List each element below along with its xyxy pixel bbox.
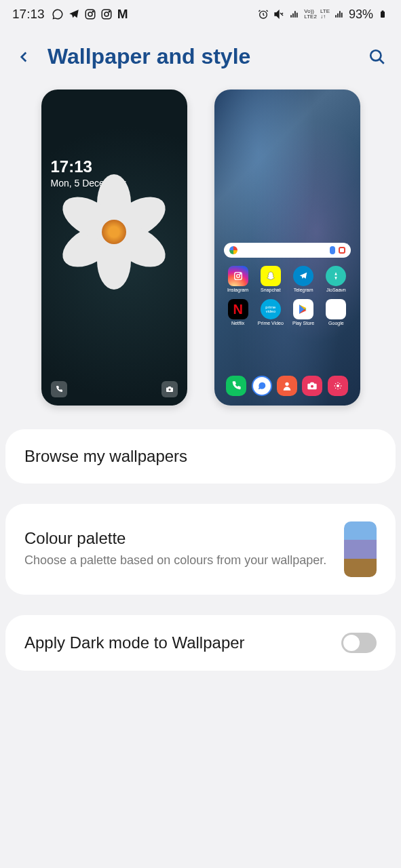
app-instagram: Instagram	[224, 266, 252, 292]
gallery-dock-icon	[328, 376, 348, 396]
snapchat-app-icon	[261, 266, 281, 286]
instagram-icon	[100, 8, 113, 20]
netflix-app-icon: N	[228, 299, 248, 319]
status-time: 17:13	[12, 7, 45, 22]
google-icon	[229, 246, 237, 254]
app-label: Google	[328, 321, 344, 326]
svg-point-2	[92, 11, 94, 12]
back-button[interactable]	[14, 47, 34, 67]
signal-icon	[288, 8, 301, 20]
header: Wallpaper and style	[0, 27, 401, 90]
search-button[interactable]	[367, 47, 387, 67]
app-label: Play Store	[292, 321, 314, 326]
svg-point-16	[337, 384, 339, 387]
svg-point-10	[168, 389, 170, 391]
palette-subtitle: Choose a palette based on colours from y…	[24, 552, 330, 569]
palette-color-3	[344, 559, 377, 577]
app-google: Google	[322, 299, 350, 326]
flower-image	[53, 171, 175, 293]
palette-color-2	[344, 540, 377, 558]
lte-icon: LTE↓↑	[320, 9, 330, 20]
telegram-icon	[68, 8, 80, 20]
status-right: Vo))LTE2 LTE↓↑ 93%	[257, 7, 389, 22]
status-left: 17:13 M	[12, 7, 129, 22]
svg-point-9	[370, 50, 381, 60]
alarm-icon	[257, 8, 269, 20]
camera-dock-icon	[302, 376, 322, 396]
messages-dock-icon	[252, 376, 272, 396]
app-label: Telegram	[294, 288, 313, 292]
telegram-app-icon	[293, 266, 313, 286]
instagram-icon	[84, 8, 96, 20]
app-playstore: Play Store	[289, 299, 318, 326]
app-label: Prime Video	[258, 321, 284, 326]
contacts-dock-icon	[277, 376, 297, 396]
lock-shortcuts	[51, 381, 178, 397]
playstore-app-icon	[293, 299, 313, 319]
svg-point-4	[104, 12, 109, 16]
palette-preview	[344, 521, 377, 577]
app-netflix: N Netflix	[224, 299, 252, 326]
svg-point-1	[88, 12, 92, 16]
darkmode-toggle[interactable]	[341, 633, 377, 653]
app-label: Netflix	[231, 321, 244, 326]
svg-rect-8	[382, 11, 384, 12]
battery-percent: 93%	[349, 7, 373, 22]
jiosaavn-app-icon	[326, 266, 346, 286]
wallpaper-previews: 17:13 Mon, 5 December	[0, 90, 401, 429]
google-app-icon	[326, 299, 346, 319]
app-snapchat: Snapchat	[256, 266, 285, 292]
svg-point-5	[109, 11, 110, 12]
lens-icon	[339, 247, 345, 254]
instagram-app-icon	[228, 266, 248, 286]
dock	[224, 376, 351, 396]
colour-palette-card[interactable]: Colour palette Choose a palette based on…	[5, 504, 396, 595]
svg-rect-7	[381, 12, 385, 18]
app-label: Snapchat	[261, 288, 281, 292]
app-grid: Instagram Snapchat Telegram JioSaavn	[224, 266, 351, 326]
svg-point-12	[236, 275, 240, 278]
browse-title: Browse my wallpapers	[24, 447, 377, 466]
whatsapp-icon	[52, 8, 64, 20]
palette-color-1	[344, 521, 377, 540]
svg-point-13	[240, 273, 240, 274]
svg-point-15	[311, 385, 313, 388]
app-telegram: Telegram	[289, 266, 318, 292]
darkmode-title: Apply Dark mode to Wallpaper	[24, 633, 245, 652]
google-search-widget	[224, 243, 351, 258]
battery-icon	[377, 8, 389, 20]
svg-point-14	[285, 382, 288, 386]
status-bar: 17:13 M Vo))LTE2 LTE↓↑ 93%	[0, 0, 401, 27]
app-label: Instagram	[227, 288, 248, 292]
phone-dock-icon	[226, 376, 246, 396]
lockscreen-preview[interactable]: 17:13 Mon, 5 December	[41, 90, 187, 406]
phone-shortcut-icon	[51, 381, 67, 397]
palette-title: Colour palette	[24, 529, 330, 548]
signal-icon	[333, 8, 345, 20]
toggle-knob	[343, 635, 360, 651]
app-jiosaavn: JioSaavn	[322, 266, 350, 292]
homescreen-preview[interactable]: Instagram Snapchat Telegram JioSaavn	[214, 90, 360, 406]
dark-mode-card: Apply Dark mode to Wallpaper	[5, 615, 396, 671]
volte-icon: Vo))LTE2	[304, 9, 317, 20]
mic-icon	[330, 246, 335, 254]
app-label: JioSaavn	[326, 288, 346, 292]
primevideo-app-icon: primevideo	[261, 299, 281, 319]
browse-wallpapers-card[interactable]: Browse my wallpapers	[5, 429, 396, 484]
app-primevideo: primevideo Prime Video	[256, 299, 285, 326]
mute-icon	[273, 8, 285, 20]
gmail-icon: M	[117, 8, 129, 20]
camera-shortcut-icon	[161, 381, 178, 397]
page-title: Wallpaper and style	[47, 44, 354, 69]
